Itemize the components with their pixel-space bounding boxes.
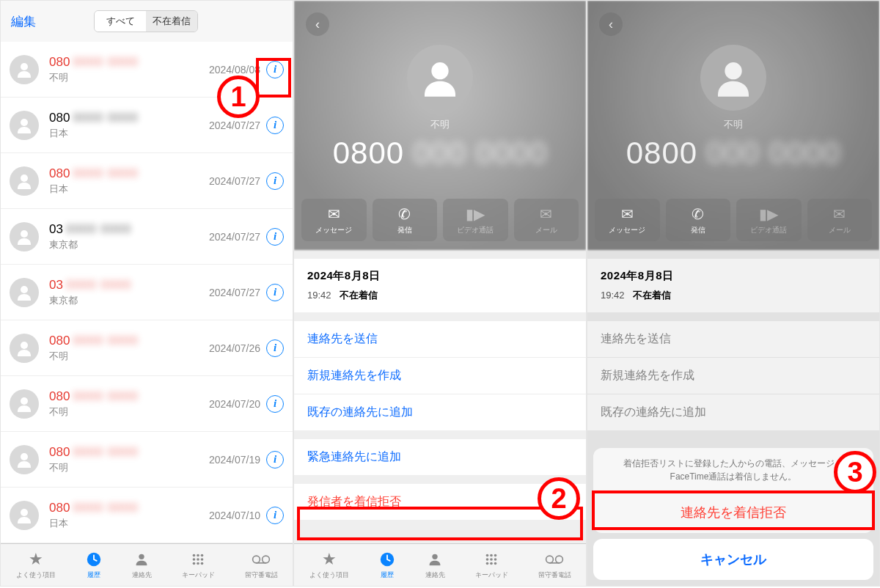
svg-point-6 xyxy=(21,397,28,405)
action-video: ▮▶ビデオ通話 xyxy=(443,199,508,241)
video-icon: ▮▶ xyxy=(759,205,778,223)
svg-point-3 xyxy=(21,230,28,238)
phone-number: 030000 0000 xyxy=(49,278,209,293)
call-date: 2024/08/08 xyxy=(209,64,260,76)
tab-favorites[interactable]: ★よく使う項目 xyxy=(309,550,349,580)
recents-row[interactable]: 0800000 0000日本2024/07/27i xyxy=(1,98,293,153)
segmented-control[interactable]: すべて 不在着信 xyxy=(94,10,198,32)
info-icon[interactable]: i xyxy=(266,507,284,524)
call-type: 不在着信 xyxy=(633,290,671,301)
recents-row[interactable]: 030000 0000東京都2024/07/27i xyxy=(1,209,293,265)
contact-name: 不明 xyxy=(587,118,879,131)
quick-actions: ✉メッセージ ✆発信 ▮▶ビデオ通話 ✉メール xyxy=(587,199,879,241)
back-button[interactable]: ‹ xyxy=(306,12,329,36)
svg-point-15 xyxy=(197,558,199,561)
svg-point-19 xyxy=(201,562,204,565)
tab-voicemail[interactable]: 留守番電話 xyxy=(538,550,571,580)
avatar-icon xyxy=(10,445,39,474)
call-date: 2024/07/27 xyxy=(209,175,260,187)
info-icon[interactable]: i xyxy=(266,395,284,413)
tab-voicemail[interactable]: 留守番電話 xyxy=(245,550,278,580)
recents-row[interactable]: 0800000 0000不明2024/07/26i xyxy=(1,320,293,376)
svg-point-10 xyxy=(139,554,144,559)
action-label: 発信 xyxy=(691,225,705,235)
row-main: 030000 0000東京都 xyxy=(49,278,209,307)
phone-number: 0800000 0000 xyxy=(49,501,209,515)
phone-number: 0800000 0000 xyxy=(49,166,209,181)
phone-icon: ✆ xyxy=(692,205,704,223)
edit-button[interactable]: 編集 xyxy=(11,13,36,30)
contact-number: 0800 000 0000 xyxy=(294,136,586,171)
recents-row[interactable]: 0800000 0000日本2024/07/27i xyxy=(1,153,293,209)
person-icon xyxy=(427,550,443,569)
info-icon[interactable]: i xyxy=(266,228,284,246)
detail-header: ‹ 不明 0800 000 0000 ✉メッセージ ✆発信 ▮▶ビデオ通話 ✉メ… xyxy=(587,1,879,250)
row-main: 0800000 0000不明 xyxy=(49,55,209,84)
action-call[interactable]: ✆発信 xyxy=(373,199,438,241)
row-main: 0800000 0000不明 xyxy=(49,389,209,419)
person-icon xyxy=(133,550,150,569)
tab-keypad[interactable]: キーパッド xyxy=(475,550,508,580)
avatar-icon xyxy=(10,222,39,251)
add-existing-contact[interactable]: 既存の連絡先に追加 xyxy=(294,394,586,430)
recents-row[interactable]: 030000 0000東京都2024/07/27i xyxy=(1,265,293,320)
origin-label: 不明 xyxy=(49,461,209,474)
sheet-cancel[interactable]: キャンセル xyxy=(593,539,873,580)
recents-row[interactable]: 0800000 0000不明2024/08/08i xyxy=(1,42,293,98)
phone-number: 0800000 0000 xyxy=(49,111,209,125)
info-icon[interactable]: i xyxy=(266,339,284,357)
tab-contacts[interactable]: 連絡先 xyxy=(132,550,152,580)
call-time: 19:42 xyxy=(307,290,331,301)
tab-keypad[interactable]: キーパッド xyxy=(182,550,215,580)
hero-avatar xyxy=(407,45,473,111)
info-icon[interactable]: i xyxy=(266,284,284,301)
svg-point-28 xyxy=(494,554,497,557)
create-contact[interactable]: 新規連絡先を作成 xyxy=(294,358,586,394)
sheet-block-contact[interactable]: 連絡先を着信拒否 xyxy=(593,492,873,533)
info-icon[interactable]: i xyxy=(266,451,284,468)
emergency-card: 緊急連絡先に追加 xyxy=(294,439,586,475)
back-button[interactable]: ‹ xyxy=(599,12,623,36)
info-icon[interactable]: i xyxy=(266,61,284,78)
block-caller[interactable]: 発信者を着信拒否 xyxy=(294,484,586,520)
add-existing-contact: 既存の連絡先に追加 xyxy=(587,394,879,430)
mail-icon: ✉ xyxy=(540,205,552,223)
add-emergency-contact[interactable]: 緊急連絡先に追加 xyxy=(294,439,586,475)
voicemail-icon xyxy=(545,550,564,569)
action-call: ✆発信 xyxy=(666,199,731,241)
segment-all[interactable]: すべて xyxy=(95,11,146,32)
action-label: メール xyxy=(829,225,851,235)
action-label: メッセージ xyxy=(315,225,352,235)
phone-number: 030000 0000 xyxy=(49,222,209,237)
svg-point-38 xyxy=(725,62,741,79)
action-sheet: 着信拒否リストに登録した人からの電話、メッセージ、FaceTime通話は着信しま… xyxy=(593,448,873,580)
svg-point-31 xyxy=(494,558,497,561)
recents-row[interactable]: 0800000 0000日本2024/07/10i xyxy=(1,488,293,543)
svg-point-35 xyxy=(546,556,554,563)
recents-row[interactable]: 0800000 0000不明2024/07/20i xyxy=(1,376,293,432)
voicemail-icon xyxy=(252,550,271,569)
svg-point-4 xyxy=(21,286,28,293)
share-contact[interactable]: 連絡先を送信 xyxy=(294,321,586,358)
svg-point-26 xyxy=(486,554,489,557)
segment-missed[interactable]: 不在着信 xyxy=(146,11,197,32)
action-mail: ✉メール xyxy=(807,199,873,241)
recents-screen: 編集 すべて 不在着信 0800000 0000不明2024/08/08i080… xyxy=(0,0,293,587)
tab-recents[interactable]: 履歴 xyxy=(379,550,395,580)
keypad-icon xyxy=(483,550,499,569)
origin-label: 不明 xyxy=(49,405,209,419)
tab-contacts[interactable]: 連絡先 xyxy=(425,550,445,580)
action-message[interactable]: ✉メッセージ xyxy=(301,199,367,241)
svg-point-27 xyxy=(490,554,493,557)
phone-number: 0800000 0000 xyxy=(49,55,209,70)
origin-label: 日本 xyxy=(49,183,209,196)
tab-favorites[interactable]: ★ よく使う項目 xyxy=(16,550,56,580)
call-date: 2024/07/19 xyxy=(209,454,260,466)
svg-point-25 xyxy=(432,554,437,559)
info-icon[interactable]: i xyxy=(266,117,284,134)
info-icon[interactable]: i xyxy=(266,172,284,190)
tab-recents[interactable]: 履歴 xyxy=(86,550,102,580)
call-date: 2024/07/27 xyxy=(209,120,260,131)
phone-number: 0800000 0000 xyxy=(49,389,209,404)
recents-row[interactable]: 0800000 0000不明2024/07/19i xyxy=(1,432,293,488)
